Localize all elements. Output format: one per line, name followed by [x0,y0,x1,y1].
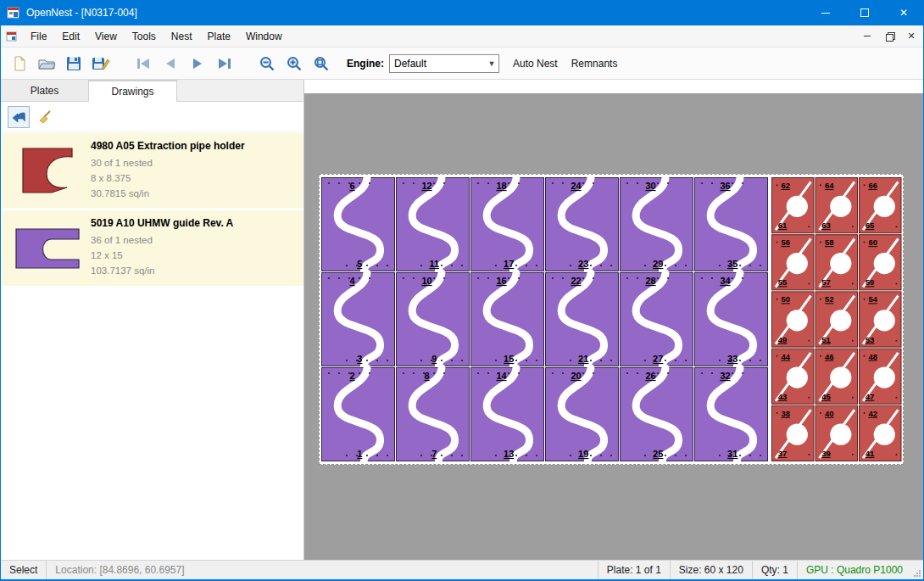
close-icon: ✕ [899,7,908,19]
svg-text:23: 23 [578,259,588,269]
menu-file[interactable]: File [23,25,54,47]
open-button[interactable] [33,51,60,76]
nested-part-pair-red[interactable]: 54 53 [860,292,902,347]
nested-part-pair-purple[interactable]: 6 5 [322,178,395,271]
nested-part-pair-red[interactable]: 56 55 [772,235,815,290]
svg-text:11: 11 [429,259,439,269]
svg-text:5: 5 [357,259,362,269]
nested-part-pair-purple[interactable]: 24 23 [546,178,619,271]
minimize-button[interactable] [806,0,845,25]
svg-text:8: 8 [424,371,429,381]
nested-part-pair-purple[interactable]: 10 9 [397,273,470,366]
svg-text:6: 6 [349,181,354,191]
send-to-nest-button[interactable] [8,106,30,128]
remnants-button[interactable]: Remnants [571,58,618,70]
nested-part-pair-purple[interactable]: 34 33 [695,273,768,366]
nested-part-pair-red[interactable]: 46 45 [815,349,858,404]
svg-text:44: 44 [781,352,790,361]
svg-text:53: 53 [866,335,875,344]
drawings-toolbar [1,102,303,132]
tab-drawings[interactable]: Drawings [89,80,177,102]
svg-text:47: 47 [866,392,875,401]
nested-part-pair-purple[interactable]: 18 17 [471,178,544,271]
nested-part-pair-red[interactable]: 66 65 [860,178,902,233]
previous-plate-button[interactable] [157,51,184,76]
last-arrow-icon [216,57,233,70]
save-button[interactable] [60,51,87,76]
nested-part-pair-red[interactable]: 38 37 [772,405,815,461]
minimize-icon [821,13,830,14]
svg-text:3: 3 [357,354,362,364]
canvas-background[interactable]: 6 5 12 11 18 17 24 23 30 29 36 [304,93,923,560]
drawing-item-5019[interactable]: 5019 A10 UHMW guide Rev. A 36 of 1 neste… [1,210,303,285]
drawing-size: 12 x 15 [91,249,298,264]
nested-part-pair-red[interactable]: 40 39 [815,405,858,461]
chevron-down-icon: ▼ [485,59,498,68]
nested-part-pair-purple[interactable]: 26 25 [621,368,693,461]
zoom-in-button[interactable] [281,51,308,76]
close-button[interactable]: ✕ [884,0,923,25]
auto-nest-button[interactable]: Auto Nest [513,58,558,70]
resize-grip[interactable] [911,561,923,579]
svg-text:27: 27 [653,354,663,364]
svg-text:24: 24 [571,181,582,191]
maximize-button[interactable] [845,0,884,25]
drawing-area: 103.7137 sq/in [91,264,298,279]
svg-text:7: 7 [431,449,437,459]
plate[interactable]: 6 5 12 11 18 17 24 23 30 29 36 [319,174,904,465]
nested-part-pair-purple[interactable]: 4 3 [322,273,395,366]
save-as-button[interactable] [87,51,114,76]
nested-part-pair-red[interactable]: 62 61 [772,178,815,233]
cursor-location: Location: [84.8696, 60.6957] [47,561,192,579]
svg-text:9: 9 [431,354,437,364]
menu-tools[interactable]: Tools [125,25,164,47]
mdi-close-button[interactable]: ✕ [901,28,921,45]
clear-button[interactable] [35,106,57,128]
mdi-restore-icon [886,32,893,40]
nested-part-pair-purple[interactable]: 12 11 [397,178,470,271]
nested-part-pair-purple[interactable]: 2 1 [322,368,395,461]
nested-part-pair-purple[interactable]: 28 27 [621,273,693,366]
nested-part-pair-purple[interactable]: 16 15 [471,273,544,366]
menu-view[interactable]: View [87,25,125,47]
nested-part-pair-purple[interactable]: 22 21 [546,273,619,366]
nested-part-pair-red[interactable]: 64 63 [815,178,858,233]
zoom-fit-button[interactable] [308,51,335,76]
next-plate-button[interactable] [184,51,211,76]
svg-text:35: 35 [727,259,738,269]
nested-part-pair-red[interactable]: 42 41 [860,405,902,461]
menu-plate[interactable]: Plate [200,25,238,47]
zoom-out-button[interactable] [253,51,281,76]
nest-layout: 6 5 12 11 18 17 24 23 30 29 36 [320,175,903,464]
first-plate-button[interactable] [130,51,157,76]
mdi-minimize-button[interactable] [857,28,877,45]
svg-text:18: 18 [496,181,506,191]
mdi-restore-button[interactable] [879,28,899,45]
svg-text:34: 34 [720,276,731,286]
drawing-item-4980[interactable]: 4980 A05 Extraction pipe holder 30 of 1 … [1,133,303,208]
menu-edit[interactable]: Edit [54,25,87,47]
nested-part-pair-purple[interactable]: 8 7 [397,368,470,461]
nested-part-pair-purple[interactable]: 36 35 [695,178,768,271]
drawing-nested-count: 36 of 1 nested [91,233,298,249]
nested-part-pair-red[interactable]: 60 59 [860,235,902,290]
svg-text:26: 26 [645,371,655,381]
menu-nest[interactable]: Nest [164,25,200,47]
nested-part-pair-purple[interactable]: 14 13 [471,368,544,461]
broom-icon [38,109,53,125]
nested-part-pair-red[interactable]: 58 57 [815,235,858,290]
nest-canvas[interactable]: 6 5 12 11 18 17 24 23 30 29 36 [304,80,923,560]
nested-part-pair-purple[interactable]: 32 31 [695,368,768,461]
svg-text:37: 37 [778,449,788,458]
new-button[interactable] [6,51,33,76]
tab-plates[interactable]: Plates [1,80,89,101]
last-plate-button[interactable] [211,51,238,76]
nested-part-pair-purple[interactable]: 30 29 [621,178,693,271]
nested-part-pair-red[interactable]: 44 43 [772,349,815,404]
nested-part-pair-red[interactable]: 52 51 [815,292,858,347]
nested-part-pair-red[interactable]: 50 49 [772,292,815,347]
engine-select[interactable]: Default ▼ [389,54,499,73]
menu-window[interactable]: Window [238,25,290,47]
nested-part-pair-purple[interactable]: 20 19 [546,368,619,461]
nested-part-pair-red[interactable]: 48 47 [860,349,902,404]
